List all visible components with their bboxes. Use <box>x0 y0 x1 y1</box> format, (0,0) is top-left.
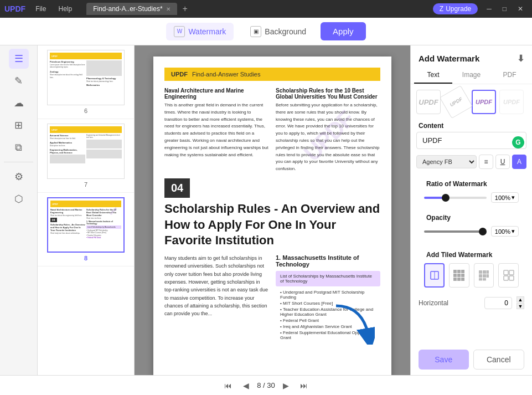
style-options: UPDF UPDF UPDF UPDF <box>411 84 532 117</box>
doc-area[interactable]: UPDF Find-and-Answer Studies Naval Archi… <box>135 45 410 375</box>
doc-col-bottom-left: Many students aim to get full scholarshi… <box>164 254 269 341</box>
upgrade-icon: Z <box>440 5 443 13</box>
background-toggle[interactable]: ▣ Background <box>242 23 314 40</box>
content-label: Content <box>411 117 532 132</box>
horizontal-label: Horizontal <box>419 299 480 307</box>
horizontal-input[interactable] <box>484 297 512 309</box>
watermark-toggle[interactable]: W Watermark <box>166 23 234 40</box>
content-input[interactable] <box>416 132 526 149</box>
doc-highlight-box: List of Scholarships by Massachusetts In… <box>276 271 380 286</box>
close-tab-icon[interactable]: ✕ <box>166 6 171 12</box>
doc-logo: UPDF <box>171 71 188 78</box>
page-label-6: 6 <box>84 107 87 114</box>
ratio-chevron: ▾ <box>512 194 515 201</box>
tiled-label: Add Tiled Watermark <box>419 247 524 261</box>
tiled-opt-3x3[interactable] <box>474 263 494 288</box>
nav-next-button[interactable]: ▶ <box>280 380 292 391</box>
tab-pdf[interactable]: PDF <box>490 67 529 84</box>
save-button[interactable]: Save <box>419 350 469 370</box>
sidebar-icon-forms[interactable]: ⊞ <box>9 115 29 135</box>
tab-image[interactable]: Image <box>452 67 490 84</box>
nav-first-button[interactable]: ⏮ <box>221 380 235 391</box>
ratio-slider[interactable] <box>424 197 487 199</box>
page-item-6[interactable]: UPDF Petroleum Engineering Lorem ipsum s… <box>38 45 134 119</box>
nav-last-button[interactable]: ⏭ <box>297 380 311 391</box>
upgrade-button[interactable]: Z Upgrade <box>433 3 478 14</box>
stepper-down[interactable]: ▼ <box>516 303 524 309</box>
ratio-value: 100% <box>495 194 510 201</box>
svg-rect-5 <box>479 274 482 278</box>
tab-title: Find-and-A..er-Studies* <box>93 5 162 13</box>
page-item-7[interactable]: UPDF Actuarial Science Short description… <box>38 119 134 193</box>
cancel-button[interactable]: Cancel <box>473 350 525 370</box>
left-sidebar: ☰ ✎ ☁ ⊞ ⧉ ⚙ ⬡ <box>0 45 38 375</box>
sidebar-icon-organize[interactable]: ⧉ <box>9 137 29 157</box>
doc-col-left: Naval Architecture and Marine Engineerin… <box>164 88 269 173</box>
tab-area: Find-and-A..er-Studies* ✕ + <box>86 3 428 15</box>
font-select[interactable]: Agency FB <box>416 155 477 168</box>
svg-rect-12 <box>504 276 508 280</box>
maximize-button[interactable]: □ <box>498 4 511 14</box>
blue-arrow-decoration <box>330 300 375 345</box>
style-opt-4[interactable]: UPDF <box>499 90 524 114</box>
doc-header: UPDF Find-and-Answer Studies <box>164 68 380 81</box>
svg-rect-9 <box>483 278 486 281</box>
style-opt-1[interactable]: UPDF <box>416 90 441 114</box>
menu-file[interactable]: File <box>30 4 51 14</box>
window-controls: ─ □ ✕ <box>482 4 528 14</box>
ratio-value-select[interactable]: 100% ▾ <box>491 192 519 203</box>
underline-button[interactable]: U <box>495 155 510 169</box>
right-panel-save-icon[interactable]: ⬇ <box>517 53 524 64</box>
apply-button[interactable]: Apply <box>321 22 366 40</box>
doc-col-right-top: Scholarship Rules for the 10 Best Global… <box>276 88 380 173</box>
opacity-slider[interactable] <box>424 230 487 233</box>
sidebar-icon-comment[interactable]: ☁ <box>9 93 29 113</box>
svg-rect-11 <box>509 270 514 275</box>
doc-header-title: Find-and-Answer Studies <box>192 71 261 78</box>
sidebar-icon-edit[interactable]: ✎ <box>9 71 29 91</box>
tiled-opt-custom[interactable] <box>498 263 519 288</box>
style-opt-3[interactable]: UPDF <box>472 90 496 114</box>
background-label: Background <box>265 27 306 36</box>
page-label-8: 8 <box>84 255 87 261</box>
doc-intro-text: Many students aim to get full scholarshi… <box>164 254 269 318</box>
opacity-thumb[interactable] <box>479 228 487 235</box>
tiled-section: Add Tiled Watermark <box>411 242 532 294</box>
active-tab[interactable]: Find-and-A..er-Studies* ✕ <box>86 3 177 15</box>
opacity-chevron: ▾ <box>512 228 515 235</box>
page-item-8[interactable]: UPDF Naval Architecture and Marine Engin… <box>38 193 134 266</box>
ratio-section: Ratio of Watermark 100% ▾ <box>411 171 532 208</box>
nav-prev-button[interactable]: ◀ <box>240 380 252 391</box>
sidebar-icon-stamp[interactable]: ⬡ <box>9 189 29 209</box>
sidebar-icon-tools[interactable]: ⚙ <box>9 167 29 187</box>
close-button[interactable]: ✕ <box>513 4 528 14</box>
opacity-value-select[interactable]: 100% ▾ <box>491 226 519 237</box>
doc-section-number: 04 <box>164 178 190 198</box>
new-tab-button[interactable]: + <box>179 4 191 14</box>
col-right-top-title: Scholarship Rules for the 10 Best Global… <box>276 88 380 100</box>
svg-rect-7 <box>487 274 489 278</box>
page-label-7: 7 <box>84 181 87 188</box>
tiled-options <box>419 261 524 292</box>
color-fill-button[interactable]: A <box>512 155 526 169</box>
col-right-top-body: Before submitting your application for a… <box>276 102 380 173</box>
pages-panel: UPDF Petroleum Engineering Lorem ipsum s… <box>38 45 135 375</box>
font-row: Agency FB ≡ U A <box>411 152 532 171</box>
sidebar-icon-pages[interactable]: ☰ <box>9 49 29 69</box>
opacity-row: 100% ▾ <box>419 224 524 240</box>
type-tabs: Text Image PDF <box>411 67 532 84</box>
align-left-button[interactable]: ≡ <box>479 155 493 169</box>
tiled-opt-single[interactable] <box>424 263 445 288</box>
style-opt-2[interactable]: UPDF <box>440 85 473 119</box>
grammarly-button[interactable]: G <box>512 136 524 148</box>
menu-help[interactable]: Help <box>53 4 78 14</box>
ratio-label: Ratio of Watermark <box>419 176 524 190</box>
minimize-button[interactable]: ─ <box>482 4 496 14</box>
watermark-label: Watermark <box>188 27 226 36</box>
ratio-row: 100% ▾ <box>419 190 524 206</box>
ratio-thumb[interactable] <box>442 194 450 202</box>
titlebar: UPDF File Help Find-and-A..er-Studies* ✕… <box>0 0 532 18</box>
tiled-opt-2x2[interactable] <box>449 263 469 288</box>
stepper-up[interactable]: ▲ <box>516 296 524 302</box>
tab-text[interactable]: Text <box>414 67 452 84</box>
